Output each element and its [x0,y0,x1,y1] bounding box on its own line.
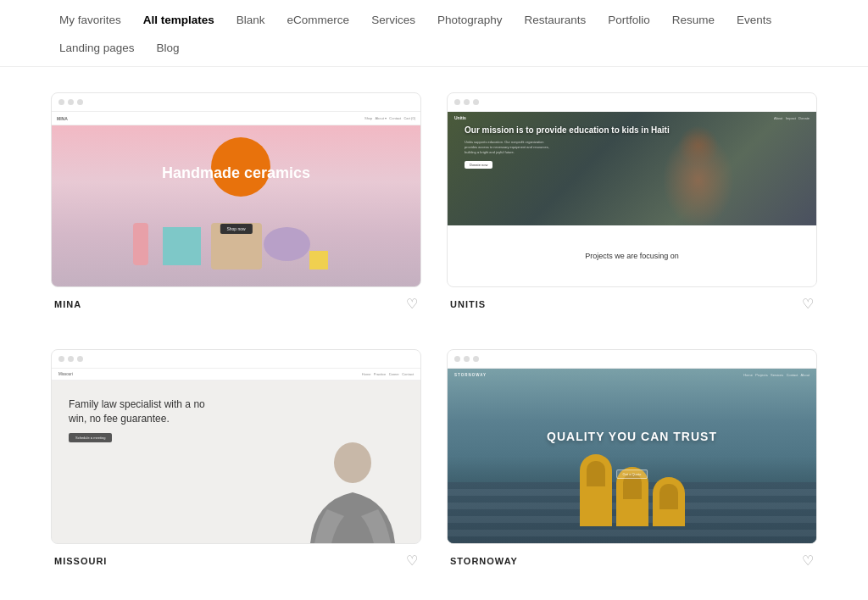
shape-yellow [309,251,328,269]
nav-item-services[interactable]: Services [363,10,424,30]
shape-teal [163,227,201,265]
stornoway-nav-bar: STORNOWAY Home Projects Services Contact… [448,369,816,381]
unitis-overlay-text: Our mission is to provide education to k… [465,125,670,169]
shape-pink-cylinder [133,223,148,265]
nav-item-my-favorites[interactable]: My favorites [51,10,130,30]
browser-dot-2 [464,356,470,362]
stornoway-nav-links: Home Projects Services Contact About [743,373,810,377]
unitis-logo: Unitis [454,115,466,120]
browser-dot-2 [68,99,74,105]
missouri-template-image: Missouri Home Practice Career Contact Fa… [52,369,420,543]
stornoway-footer: STORNOWAY ♡ [447,544,817,572]
navigation: My favorites All templates Blank eCommer… [0,0,868,67]
browser-dot-2 [464,99,470,105]
unitis-nav-links: About Impact Donate [774,116,810,120]
shape-purple [264,227,310,261]
missouri-person-image [285,442,420,543]
missouri-logo: Missouri [58,372,73,376]
unitis-template-name: UNITIS [450,299,486,309]
stornoway-bg: STORNOWAY Home Projects Services Contact… [448,369,816,543]
unitis-nav-bar: Unitis About Impact Donate [448,112,816,124]
mina-template-name: MINA [54,299,81,309]
stornoway-template-name: STORNOWAY [450,556,518,566]
nav-item-blank[interactable]: Blank [228,10,274,30]
mina-shapes: Handmade ceramics Shop now [52,112,420,286]
missouri-cta-btn: Schedule a meeting [69,433,112,442]
arch-3 [653,477,685,526]
template-card-mina: MINA Shop About ▾ Contact Cart (0) Handm… [51,92,421,315]
nav-item-photography[interactable]: Photography [429,10,511,30]
unitis-heading: Our mission is to provide education to k… [465,125,670,136]
main-content: MINA Shop About ▾ Contact Cart (0) Handm… [0,67,868,597]
browser-dot-3 [473,356,479,362]
unitis-favorite-icon[interactable]: ♡ [802,296,814,312]
template-preview-stornoway[interactable]: STORNOWAY Home Projects Services Contact… [447,349,817,544]
missouri-template-name: MISSOURI [54,556,107,566]
nav-row-2: Landing pages Blog [51,38,817,66]
mina-footer: MINA ♡ [51,287,421,315]
missouri-nav-bar: Missouri Home Practice Career Contact [52,369,420,381]
nav-row-1: My favorites All templates Blank eCommer… [51,10,817,38]
unitis-donate-btn: Donate now [465,161,492,169]
templates-grid: MINA Shop About ▾ Contact Cart (0) Handm… [51,92,817,572]
nav-item-ecommerce[interactable]: eCommerce [279,10,359,30]
nav-item-all-templates[interactable]: All templates [135,10,223,30]
browser-dot-1 [454,99,460,105]
browser-bar-stornoway [448,350,816,369]
browser-dot-3 [77,99,83,105]
nav-item-resume[interactable]: Resume [664,10,723,30]
nav-item-portfolio[interactable]: Portfolio [599,10,659,30]
template-card-missouri: Missouri Home Practice Career Contact Fa… [51,349,421,572]
missouri-favorite-icon[interactable]: ♡ [406,553,418,569]
browser-dot-3 [473,99,479,105]
nav-item-events[interactable]: Events [728,10,780,30]
template-card-stornoway: STORNOWAY Home Projects Services Contact… [447,349,817,572]
unitis-sub-text: Unitis supports education. Our nonprofit… [465,140,549,155]
stornoway-logo: STORNOWAY [454,373,487,377]
stornoway-cta-btn: Get a Quote [616,469,648,479]
missouri-heading: Family law specialist with a no win, no … [69,397,221,426]
mina-template-image: MINA Shop About ▾ Contact Cart (0) Handm… [52,112,420,286]
template-preview-mina[interactable]: MINA Shop About ▾ Contact Cart (0) Handm… [51,92,421,287]
unitis-footer: UNITIS ♡ [447,287,817,315]
unitis-bottom-text: Projects we are focusing on [585,252,679,260]
stornoway-arches [580,454,685,526]
browser-bar-unitis [448,93,816,112]
browser-dot-1 [454,356,460,362]
svg-point-0 [334,442,371,483]
template-preview-unitis[interactable]: Unitis About Impact Donate Our mission i… [447,92,817,287]
nav-item-landing-pages[interactable]: Landing pages [51,38,143,58]
unitis-template-image: Unitis About Impact Donate Our mission i… [448,112,816,286]
browser-dot-3 [77,356,83,362]
unitis-bottom: Projects we are focusing on [448,225,816,286]
stornoway-favorite-icon[interactable]: ♡ [802,553,814,569]
stornoway-template-image: STORNOWAY Home Projects Services Contact… [448,369,816,543]
browser-dot-2 [68,356,74,362]
template-preview-missouri[interactable]: Missouri Home Practice Career Contact Fa… [51,349,421,544]
browser-dot-1 [58,99,64,105]
browser-dot-1 [58,356,64,362]
missouri-footer: MISSOURI ♡ [51,544,421,572]
template-card-unitis: Unitis About Impact Donate Our mission i… [447,92,817,315]
missouri-content: Family law specialist with a no win, no … [52,381,420,543]
stornoway-heading: QUALITY YOU CAN TRUST [547,430,717,443]
mina-cta-btn: Shop now [220,224,252,234]
nav-item-blog[interactable]: Blog [148,38,188,58]
mina-title: Handmade ceramics [162,164,310,182]
mina-favorite-icon[interactable]: ♡ [406,296,418,312]
nav-item-restaurants[interactable]: Restaurants [515,10,594,30]
missouri-nav-links: Home Practice Career Contact [362,372,414,376]
browser-bar-missouri [52,350,420,369]
arch-1 [580,454,612,526]
browser-bar-mina [52,93,420,112]
